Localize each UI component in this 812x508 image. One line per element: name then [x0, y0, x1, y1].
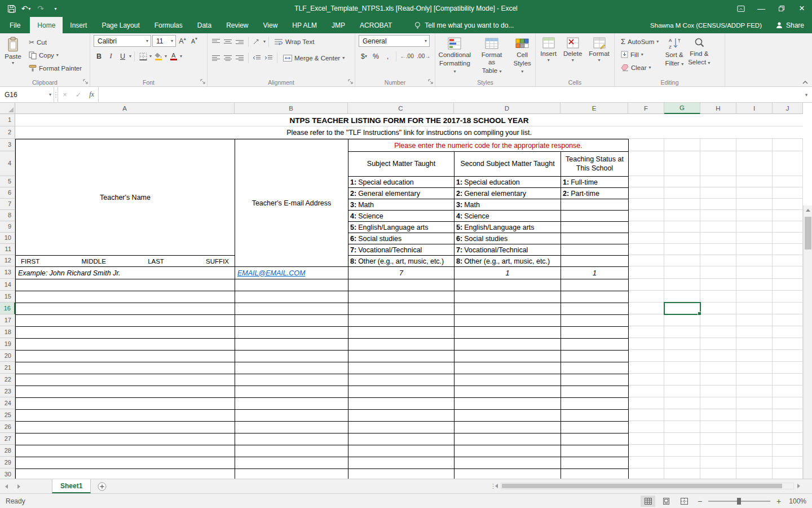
- sort-filter-dropdown-icon[interactable]: ▾: [681, 62, 683, 67]
- row-header-16[interactable]: 16: [0, 303, 15, 314]
- scroll-left-icon[interactable]: [492, 482, 501, 490]
- number-format-select[interactable]: General ▾: [359, 35, 430, 47]
- cell-B27[interactable]: [235, 433, 348, 445]
- cell-example-second-subject[interactable]: 1: [454, 266, 561, 279]
- cell-A19[interactable]: [15, 338, 235, 351]
- row-header-20[interactable]: 20: [0, 350, 15, 362]
- decrease-decimal-button[interactable]: .00→: [416, 50, 432, 62]
- tell-me-box[interactable]: Tell me what you want to do...: [407, 17, 520, 33]
- row-header-21[interactable]: 21: [0, 362, 15, 374]
- increase-decimal-button[interactable]: ←.00: [399, 50, 415, 62]
- cell-status-code-7[interactable]: [561, 244, 629, 256]
- row-header-15[interactable]: 15: [0, 291, 15, 303]
- cell-A30[interactable]: [15, 468, 235, 479]
- sheet-nav-left-icon[interactable]: [0, 479, 12, 494]
- format-painter-button[interactable]: Format Painter: [26, 62, 85, 75]
- cell-A26[interactable]: [15, 421, 235, 433]
- row-header-12[interactable]: 12: [0, 255, 15, 266]
- align-middle-button[interactable]: [223, 36, 233, 47]
- cell-A28[interactable]: [15, 445, 235, 457]
- row-header-13[interactable]: 13: [0, 266, 15, 279]
- copy-dropdown-icon[interactable]: ▾: [56, 53, 59, 58]
- redo-icon[interactable]: ↷: [34, 1, 47, 16]
- active-cell-G16[interactable]: [664, 302, 701, 315]
- formula-bar-handle[interactable]: [54, 87, 58, 102]
- formula-input[interactable]: [99, 87, 801, 102]
- cell-A14[interactable]: [15, 279, 235, 291]
- cell-subject-header[interactable]: Subject Matter Taught: [348, 151, 454, 177]
- autosum-dropdown-icon[interactable]: ▾: [656, 40, 659, 44]
- merge-center-button[interactable]: Merge & Center ▾: [280, 51, 347, 64]
- increase-indent-button[interactable]: [263, 52, 274, 64]
- decrease-indent-button[interactable]: [251, 52, 262, 64]
- insert-function-button[interactable]: fx: [85, 87, 99, 102]
- cell-subject-code-5[interactable]: 5:English/Language arts: [348, 221, 454, 233]
- cell-subject-code-2[interactable]: 2:General elementary: [348, 187, 454, 199]
- row-header-18[interactable]: 18: [0, 326, 15, 338]
- insert-cells-dropdown-icon[interactable]: ▾: [548, 58, 550, 63]
- enter-formula-icon[interactable]: ✓: [72, 87, 85, 102]
- collapse-ribbon-icon[interactable]: [802, 80, 809, 85]
- cell-styles-button[interactable]: Cell Styles ▾: [509, 35, 535, 77]
- cell-B17[interactable]: [235, 314, 348, 327]
- delete-cells-button[interactable]: Delete ▾: [561, 35, 584, 77]
- underline-button[interactable]: U: [117, 50, 128, 62]
- cell-E25[interactable]: [561, 409, 629, 422]
- row-header-25[interactable]: 25: [0, 409, 15, 421]
- cell-status-code-6[interactable]: [561, 233, 629, 244]
- undo-dropdown-icon[interactable]: ▾: [28, 6, 30, 11]
- cell-B24[interactable]: [235, 397, 348, 410]
- ribbon-display-options-icon[interactable]: [731, 0, 751, 17]
- cell-C30[interactable]: [348, 468, 454, 479]
- cell-D22[interactable]: [454, 374, 561, 386]
- name-box[interactable]: G16 ▾: [0, 87, 54, 102]
- cell-A29[interactable]: [15, 457, 235, 469]
- cell-B25[interactable]: [235, 409, 348, 422]
- cell-E21[interactable]: [561, 362, 629, 374]
- cell-E27[interactable]: [561, 433, 629, 445]
- align-top-button[interactable]: [211, 36, 222, 47]
- column-header-I[interactable]: I: [736, 103, 773, 114]
- cell-code-instruction[interactable]: Please enter the numeric code for the ap…: [348, 139, 629, 152]
- conditional-formatting-button[interactable]: Conditional Formatting ▾: [435, 35, 474, 77]
- new-sheet-button[interactable]: [98, 482, 107, 491]
- row-header-1[interactable]: 1: [0, 114, 15, 126]
- cell-E29[interactable]: [561, 457, 629, 469]
- cell-B20[interactable]: [235, 350, 348, 362]
- cell-C22[interactable]: [348, 374, 454, 386]
- clipboard-dialog-launcher-icon[interactable]: [83, 79, 89, 85]
- cell-D24[interactable]: [454, 397, 561, 410]
- cell-name-parts[interactable]: FIRSTMIDDLELASTSUFFIX: [15, 255, 235, 267]
- decrease-font-size-button[interactable]: A▾: [189, 35, 200, 47]
- delete-cells-dropdown-icon[interactable]: ▾: [572, 58, 574, 63]
- cut-button[interactable]: ✂ Cut: [26, 36, 85, 49]
- cell-A23[interactable]: [15, 386, 235, 398]
- cell-second-subject-code-7[interactable]: 7:Vocational/Technical: [454, 244, 561, 256]
- align-bottom-button[interactable]: [235, 36, 245, 47]
- cell-subject-code-8[interactable]: 8:Other (e.g., art, music, etc.): [348, 255, 454, 267]
- merge-center-dropdown-icon[interactable]: ▾: [342, 56, 345, 60]
- horizontal-scroll-thumb[interactable]: [502, 484, 782, 488]
- cell-B23[interactable]: [235, 386, 348, 398]
- align-center-button[interactable]: [223, 52, 233, 64]
- vertical-scrollbar[interactable]: [803, 205, 812, 479]
- cell-D16[interactable]: [454, 303, 561, 315]
- cell-second-subject-code-1[interactable]: 1:Special education: [454, 176, 561, 188]
- fill-color-button[interactable]: [153, 50, 164, 62]
- cell-E22[interactable]: [561, 374, 629, 386]
- cell-E16[interactable]: [561, 303, 629, 315]
- tab-page-layout[interactable]: Page Layout: [94, 17, 147, 33]
- tab-file[interactable]: File: [0, 17, 30, 33]
- bold-button[interactable]: B: [94, 50, 104, 62]
- cell-C24[interactable]: [348, 397, 454, 410]
- cell-C29[interactable]: [348, 457, 454, 469]
- cell-C27[interactable]: [348, 433, 454, 445]
- cell-status-code-5[interactable]: [561, 221, 629, 233]
- form-title-cell[interactable]: NTPS TEACHER LISTING FORM FOR THE 2017-1…: [15, 114, 803, 126]
- row-header-28[interactable]: 28: [0, 445, 15, 457]
- cell-B16[interactable]: [235, 303, 348, 315]
- tab-data[interactable]: Data: [190, 17, 219, 33]
- alignment-dialog-launcher-icon[interactable]: [348, 79, 354, 85]
- font-size-dropdown-icon[interactable]: ▾: [171, 39, 173, 43]
- cell-D28[interactable]: [454, 445, 561, 457]
